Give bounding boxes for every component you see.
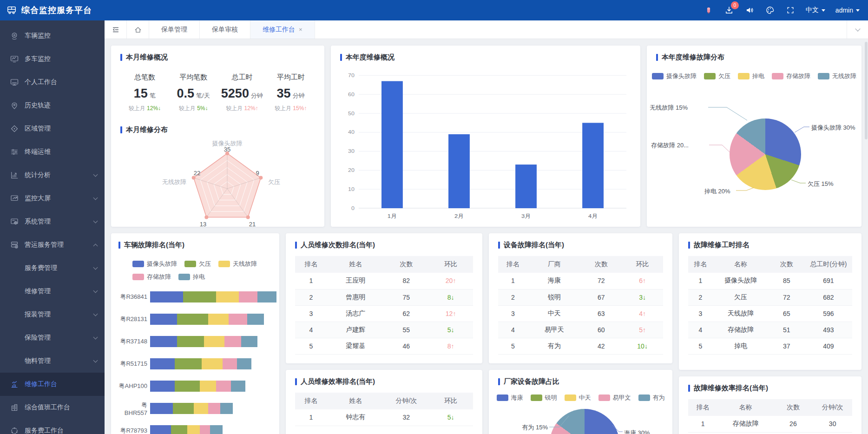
close-icon[interactable]: ×: [299, 26, 302, 33]
tab-保单管理[interactable]: 保单管理: [149, 20, 200, 39]
sidebar-item-维修管理[interactable]: 维修管理: [0, 280, 105, 303]
speaker-icon[interactable]: [744, 5, 755, 15]
rank-table: 排名名称次数总工时(分钟)1摄像头故障856912欠压726823天线故障655…: [688, 256, 852, 355]
stat-unit: 笔/天: [196, 92, 210, 99]
legend-item-掉电[interactable]: 掉电: [738, 72, 764, 80]
download-icon[interactable]: 0: [724, 5, 734, 15]
rank-table: 排名名称次数分钟/次1存储故障2630: [688, 399, 852, 433]
sidebar-item-服务费工作台[interactable]: 服务费工作台: [0, 419, 105, 434]
legend-item-摄像头故障[interactable]: 摄像头故障: [652, 72, 697, 80]
home-icon[interactable]: [127, 20, 149, 39]
legend-item-存储故障[interactable]: 存储故障: [772, 72, 810, 80]
table-cell: 65: [769, 305, 805, 322]
vehicle-stacked-bar[interactable]: [150, 291, 276, 302]
collapse-menu-icon[interactable]: [105, 20, 127, 39]
legend-label: 掉电: [752, 72, 764, 80]
vehicle-stacked-bar[interactable]: [150, 336, 257, 347]
table-row: 4存储故障51493: [688, 322, 852, 338]
pie-vendor-share[interactable]: [550, 409, 619, 434]
title-marker: [688, 385, 690, 392]
vehicle-stacked-bar[interactable]: [150, 403, 233, 414]
sidebar-item-终端运维[interactable]: 终端运维: [0, 140, 105, 164]
sidebar-item-营运服务管理[interactable]: 营运服务管理: [0, 233, 105, 256]
table-cell: 3: [295, 305, 327, 322]
title-marker: [340, 54, 342, 61]
tab-维修工作台[interactable]: 维修工作台×: [250, 20, 315, 39]
sidebar-item-综合值班工作台[interactable]: 综合值班工作台: [0, 396, 105, 419]
sidebar-item-个人工作台[interactable]: 个人工作台: [0, 71, 105, 94]
sidebar-item-统计分析[interactable]: 统计分析: [0, 164, 105, 187]
tabs-menu-chevron-icon[interactable]: [847, 20, 868, 39]
sidebar-item-历史轨迹[interactable]: 历史轨迹: [0, 94, 105, 117]
sidebar-item-物料管理[interactable]: 物料管理: [0, 349, 105, 373]
stat-unit: 分钟: [293, 92, 305, 99]
legend-item-欠压[interactable]: 欠压: [704, 72, 730, 80]
svg-text:无线故障: 无线故障: [162, 178, 186, 185]
legend-item-无线故障[interactable]: 无线故障: [818, 72, 856, 80]
workbench-icon: [10, 78, 19, 86]
sidebar-item-服务费管理[interactable]: 服务费管理: [0, 256, 105, 280]
sidebar-item-保险管理[interactable]: 保险管理: [0, 326, 105, 349]
legend-item-有为[interactable]: 有为: [638, 394, 665, 402]
stat-compare: 较上月 15%↑: [266, 105, 315, 112]
svg-text:1月: 1月: [388, 213, 397, 219]
legend-item-掉电[interactable]: 掉电: [178, 273, 205, 281]
chevron-down-icon: [93, 219, 98, 224]
vehicle-stacked-bar[interactable]: [150, 381, 245, 392]
vehicle-plate: 粤BHR557: [118, 401, 147, 416]
vehicle-plate: 粤R78793: [118, 427, 147, 434]
legend-item-天线故障[interactable]: 天线故障: [218, 260, 257, 268]
table-cell: 3: [688, 305, 713, 322]
sidebar-item-label: 物料管理: [25, 357, 94, 365]
legend-item-易甲文[interactable]: 易甲文: [598, 394, 631, 402]
title-marker: [498, 242, 500, 249]
fullscreen-icon[interactable]: [785, 5, 796, 15]
table-header: 排名: [498, 256, 528, 273]
legend-item-锐明[interactable]: 锐明: [531, 394, 557, 402]
table-cell-hb: 6↑: [622, 273, 663, 289]
tab-保单审核[interactable]: 保单审核: [200, 20, 250, 39]
vehicle-stacked-bar[interactable]: [150, 358, 251, 369]
stat-value: 5250: [221, 86, 249, 100]
legend-item-存储故障[interactable]: 存储故障: [132, 273, 171, 281]
svg-text:2月: 2月: [454, 213, 464, 219]
vehicle-plate: 粤AHP100: [118, 382, 147, 390]
chevron-down-icon: [93, 312, 98, 316]
user-dropdown[interactable]: admin: [835, 7, 860, 14]
legend-chip: [772, 73, 783, 79]
legend-chip: [531, 395, 542, 401]
sidebar-item-监控大屏[interactable]: 监控大屏: [0, 187, 105, 210]
legend-label: 摄像头故障: [666, 72, 697, 80]
chevron-down-icon: [93, 265, 98, 270]
vehicle-stacked-bar[interactable]: [150, 425, 223, 434]
language-dropdown[interactable]: 中文: [806, 6, 825, 14]
table-cell: 62: [384, 305, 428, 322]
alarm-light-icon[interactable]: [704, 5, 714, 15]
table-cell: 钟志有: [327, 409, 384, 426]
legend-item-中天[interactable]: 中天: [565, 394, 591, 402]
svg-text:21: 21: [249, 221, 256, 227]
radar-chart: 摄像头故障35欠压9接电21存储异常13无线故障22: [120, 136, 315, 227]
legend-item-海康[interactable]: 海康: [497, 394, 523, 402]
area-icon: [10, 125, 19, 133]
table-cell: 37: [769, 338, 805, 354]
legend-item-摄像头故障[interactable]: 摄像头故障: [132, 260, 177, 268]
table-header: 总工时(分钟): [805, 256, 852, 273]
sidebar-item-区域管理[interactable]: 区域管理: [0, 117, 105, 140]
sidebar-item-系统管理[interactable]: 系统管理: [0, 210, 105, 233]
pie-fault-distribution[interactable]: [730, 118, 801, 190]
sidebar-item-车辆监控[interactable]: 车辆监控: [0, 24, 105, 47]
legend-chip: [178, 274, 190, 280]
legend-item-欠压[interactable]: 欠压: [184, 260, 211, 268]
table-cell-hb: 5↑: [622, 322, 663, 338]
stat-平均笔数: 平均笔数0.5笔/天较上月 5%↓: [169, 73, 218, 112]
scrollbar[interactable]: [865, 42, 868, 139]
sidebar-item-报装管理[interactable]: 报装管理: [0, 303, 105, 326]
chevron-down-icon: [93, 358, 98, 363]
vehicle-stacked-bar[interactable]: [150, 314, 264, 325]
sidebar-item-维修工作台[interactable]: 维修工作台: [0, 373, 105, 396]
sidebar-item-多车监控[interactable]: 多车监控: [0, 47, 105, 71]
sidebar-item-label: 服务费工作台: [25, 427, 97, 434]
table-cell: 曾惠明: [327, 289, 384, 305]
palette-icon[interactable]: [765, 5, 775, 15]
